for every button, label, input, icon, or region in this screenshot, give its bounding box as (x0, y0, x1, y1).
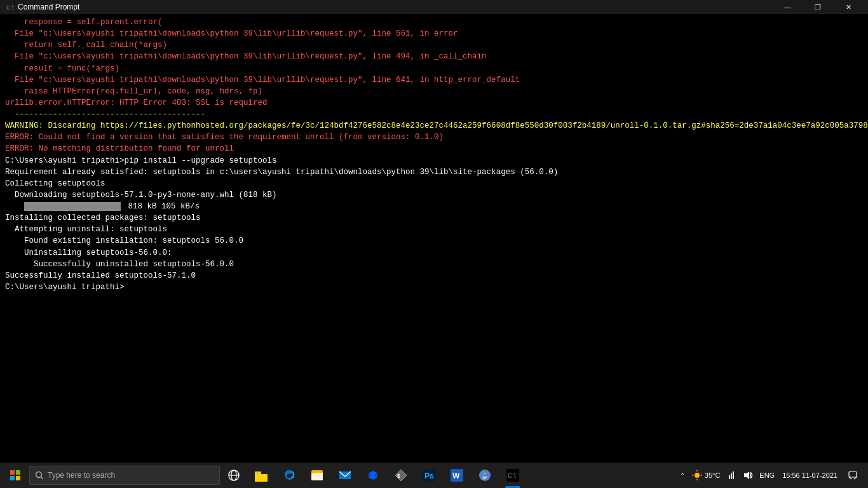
clock-date: 11-07-2021 (802, 471, 837, 480)
svg-rect-15 (311, 473, 323, 480)
terminal-line: ---------------------------------------- (5, 109, 863, 120)
taskbar-app-chrome[interactable] (471, 463, 498, 488)
weather-widget[interactable]: 35°C (689, 463, 723, 488)
svg-point-33 (695, 473, 700, 478)
progress-bar-line: 818 kB 105 kB/s (5, 201, 863, 212)
taskbar-app-word[interactable]: W (444, 463, 470, 488)
terminal-line: Uninstalling setuptools-56.0.0: (5, 247, 863, 259)
task-view-button[interactable] (221, 463, 247, 488)
svg-rect-5 (16, 476, 20, 480)
terminal-line: Collecting setuptools (5, 178, 863, 189)
taskbar-app-dropbox[interactable] (360, 463, 386, 488)
network-icon (726, 470, 736, 480)
terminal-line: File "c:\users\ayushi tripathi\downloads… (5, 28, 863, 39)
taskbar-search[interactable]: Type here to search (29, 466, 220, 485)
svg-rect-42 (849, 471, 857, 477)
terminal-line: C:\Users\ayushi tripathi>pip install --u… (5, 155, 863, 166)
cmd-icon: C:\ (5, 3, 14, 11)
svg-rect-38 (729, 475, 730, 479)
terminal-line: File "c:\users\ayushi tripathi\downloads… (5, 74, 863, 86)
svg-point-30 (483, 473, 487, 477)
svg-rect-4 (10, 476, 15, 480)
svg-text:W: W (452, 471, 460, 480)
terminal-line: Attempting uninstall: setuptools (5, 224, 863, 235)
terminal-line: Successfully installed setuptools-57.1.0 (5, 270, 863, 281)
svg-rect-16 (311, 471, 316, 473)
taskbar-app-files[interactable] (304, 463, 330, 488)
search-placeholder-text: Type here to search (48, 471, 115, 480)
terminal-line: Requirement already satisfied: setuptool… (5, 166, 863, 178)
svg-rect-40 (733, 471, 734, 479)
close-button[interactable]: ✕ (834, 0, 863, 14)
svg-rect-3 (16, 470, 20, 475)
taskbar-app-explorer[interactable] (248, 463, 275, 488)
language-indicator[interactable]: ENG (757, 463, 777, 488)
terminal-line: C:\Users\ayushi tripathi> (5, 281, 863, 293)
terminal-line: Found existing installation: setuptools … (5, 235, 863, 247)
svg-text:Ps: Ps (424, 471, 434, 480)
svg-rect-2 (10, 470, 15, 475)
svg-rect-13 (255, 475, 268, 482)
terminal-line: Installing collected packages: setuptool… (5, 212, 863, 224)
terminal-line: Successfully uninstalled setuptools-56.0… (5, 259, 863, 270)
notification-icon (848, 471, 857, 480)
notification-button[interactable] (843, 463, 863, 488)
taskbar-right: ⌃ 35°C (677, 463, 865, 488)
terminal-line: ERROR: No matching distribution found fo… (5, 143, 863, 154)
taskbar-app-photoshop[interactable]: Ps (416, 463, 442, 488)
temperature-text: 35°C (705, 471, 721, 479)
terminal-line: File "c:\users\ayushi tripathi\downloads… (5, 51, 863, 62)
system-tray-overflow[interactable]: ⌃ (677, 463, 688, 488)
terminal-line: ERROR: Could not find a version that sat… (5, 132, 863, 143)
svg-point-6 (36, 472, 42, 478)
svg-text:C:\: C:\ (6, 4, 14, 11)
clock-time: 15:56 (782, 471, 800, 480)
terminal-line: result = func(*args) (5, 63, 863, 74)
title-bar: C:\ Command Prompt — ❐ ✕ (0, 0, 868, 14)
terminal-line: Downloading setuptools-57.1.0-py3-none-a… (5, 189, 863, 201)
terminal-line: return self._call_chain(*args) (5, 39, 863, 51)
terminal-line: raise HTTPError(req.full_url, code, msg,… (5, 86, 863, 97)
progress-bar (24, 202, 121, 211)
terminal-line: urllib.error.HTTPError: HTTP Error 403: … (5, 97, 863, 109)
window-title: Command Prompt (18, 3, 79, 11)
svg-line-7 (41, 477, 44, 480)
terminal-output: response = self.parent.error( File "c:\u… (0, 14, 868, 463)
minimize-button[interactable]: — (773, 0, 802, 14)
volume-icon-btn[interactable] (740, 463, 756, 488)
taskbar-app-edge[interactable] (276, 463, 302, 488)
clock[interactable]: 15:56 11-07-2021 (778, 463, 841, 488)
taskbar-app-git[interactable]: $ (388, 463, 414, 488)
maximize-button[interactable]: ❐ (803, 0, 832, 14)
taskbar: Type here to search (0, 463, 868, 488)
svg-text:C:\: C:\ (508, 472, 516, 479)
terminal-line: response = self.parent.error( (5, 17, 863, 28)
search-icon (35, 471, 44, 480)
terminal-line: WARNING: Discarding https://files.python… (5, 120, 863, 132)
lang-text: ENG (759, 471, 775, 479)
taskbar-app-cmd[interactable]: C:\ (499, 463, 526, 488)
svg-marker-41 (744, 471, 749, 479)
weather-icon (691, 470, 703, 481)
svg-rect-39 (731, 473, 732, 479)
taskbar-app-mail[interactable] (332, 463, 358, 488)
svg-text:$: $ (397, 473, 400, 479)
start-button[interactable] (3, 463, 28, 488)
network-icon-btn[interactable] (724, 463, 739, 488)
volume-icon (743, 470, 753, 480)
title-bar-left: C:\ Command Prompt (5, 3, 79, 11)
window-controls: — ❐ ✕ (773, 0, 863, 14)
